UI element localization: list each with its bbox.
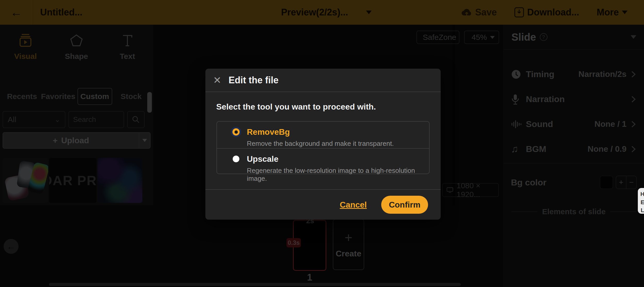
close-icon[interactable]: ✕: [213, 75, 225, 85]
help-tab[interactable]: H E L P: [638, 188, 644, 214]
radio-selected-icon[interactable]: [231, 127, 241, 137]
dialog-title: Edit the file: [229, 75, 279, 86]
help-letter: L: [638, 207, 644, 214]
option-removebg-desc: Remove the background and make it transp…: [247, 140, 429, 148]
dialog-header: ✕ Edit the file: [205, 69, 441, 92]
option-upscale[interactable]: Upscale Regenerate the low-resolution im…: [217, 149, 429, 175]
cancel-button[interactable]: Cancel: [340, 200, 367, 210]
tool-options-group: RemoveBg Remove the background and make …: [216, 121, 430, 174]
option-removebg[interactable]: RemoveBg Remove the background and make …: [217, 122, 429, 149]
dialog-prompt: Select the tool you want to proceed with…: [216, 102, 376, 112]
confirm-button[interactable]: Confirm: [381, 196, 428, 214]
app-root: ← Untitled... Preview(2/2s)... Save Down…: [0, 0, 644, 287]
radio-unselected-icon[interactable]: [231, 154, 241, 164]
option-upscale-name: Upscale: [247, 154, 279, 164]
option-upscale-desc: Regenerate the low-resolution image to a…: [247, 167, 429, 183]
option-removebg-name: RemoveBg: [247, 127, 290, 137]
help-letter: H: [638, 191, 644, 198]
dialog-footer: Cancel Confirm: [205, 189, 441, 220]
edit-file-dialog: ✕ Edit the file Select the tool you want…: [205, 69, 441, 220]
help-letter: E: [638, 199, 644, 206]
